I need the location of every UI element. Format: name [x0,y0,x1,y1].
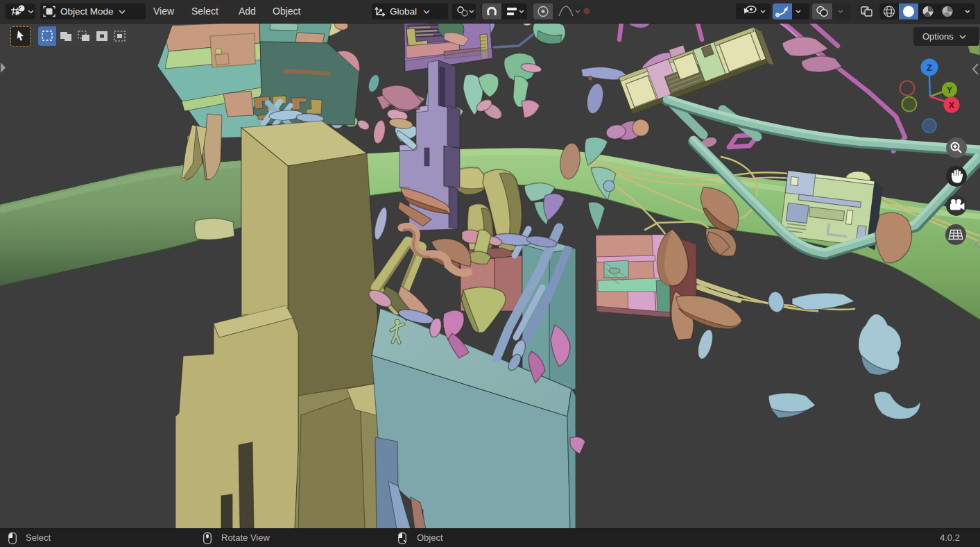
svg-text:Z: Z [927,62,932,73]
svg-text:Y: Y [947,85,952,95]
svg-text:X: X [949,101,955,110]
